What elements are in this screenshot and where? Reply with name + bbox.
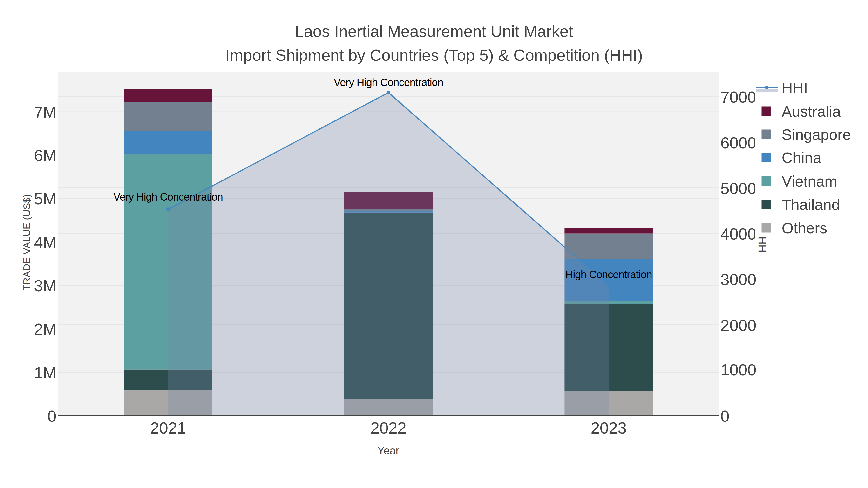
svg-text:0: 0 bbox=[720, 407, 730, 425]
svg-text:2021: 2021 bbox=[150, 419, 186, 437]
svg-text:Australia: Australia bbox=[782, 103, 841, 120]
svg-text:1000: 1000 bbox=[720, 361, 756, 379]
svg-text:Very High Concentration: Very High Concentration bbox=[113, 191, 223, 203]
svg-text:1M: 1M bbox=[34, 364, 56, 382]
svg-text:6M: 6M bbox=[34, 146, 56, 164]
svg-text:Laos Inertial Measurement Unit: Laos Inertial Measurement Unit Market bbox=[295, 22, 574, 40]
svg-text:2023: 2023 bbox=[591, 419, 627, 437]
svg-text:China: China bbox=[782, 149, 822, 166]
svg-text:Thailand: Thailand bbox=[782, 196, 840, 213]
svg-text:Vietnam: Vietnam bbox=[782, 173, 837, 190]
svg-text:6000: 6000 bbox=[720, 134, 756, 152]
svg-text:2022: 2022 bbox=[370, 419, 406, 437]
svg-text:2M: 2M bbox=[34, 320, 56, 338]
svg-text:7M: 7M bbox=[34, 103, 56, 121]
svg-text:4000: 4000 bbox=[720, 225, 756, 243]
svg-text:4M: 4M bbox=[34, 233, 56, 251]
svg-text:0: 0 bbox=[48, 407, 56, 425]
svg-text:TRADE VALUE (US$): TRADE VALUE (US$) bbox=[21, 194, 32, 291]
svg-text:Year: Year bbox=[377, 444, 399, 457]
svg-text:5M: 5M bbox=[34, 190, 56, 208]
svg-text:HHI: HHI bbox=[782, 79, 808, 96]
svg-text:Import Shipment by Countries (: Import Shipment by Countries (Top 5) & C… bbox=[225, 46, 643, 64]
svg-text:7000: 7000 bbox=[720, 88, 756, 106]
svg-text:2000: 2000 bbox=[720, 316, 756, 334]
svg-text:3M: 3M bbox=[34, 276, 56, 295]
svg-text:High Concentration: High Concentration bbox=[565, 268, 652, 280]
svg-text:Others: Others bbox=[782, 220, 827, 236]
svg-text:3000: 3000 bbox=[720, 270, 756, 289]
svg-text:Very High Concentration: Very High Concentration bbox=[334, 76, 443, 88]
svg-text:Singapore: Singapore bbox=[782, 126, 851, 143]
svg-text:5000: 5000 bbox=[720, 179, 756, 197]
